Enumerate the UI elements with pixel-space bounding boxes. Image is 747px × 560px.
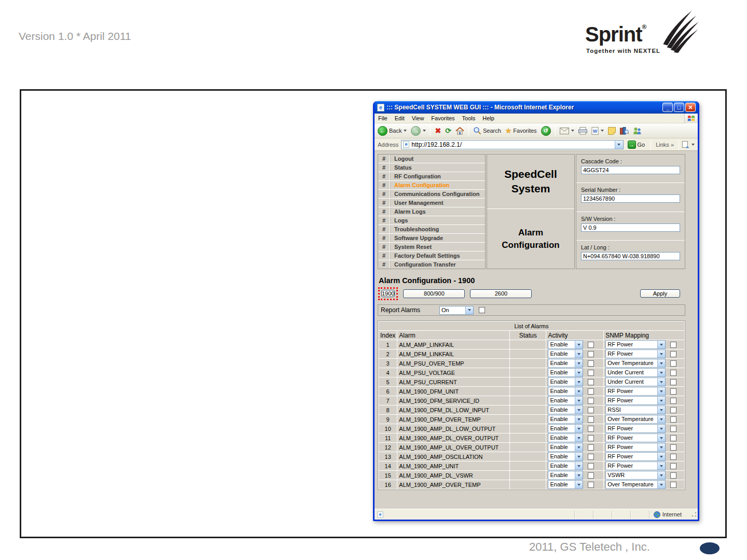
chevron-down-icon[interactable] xyxy=(657,481,665,488)
activity-checkbox[interactable] xyxy=(588,416,594,423)
search-button[interactable]: Search xyxy=(472,126,503,135)
chevron-down-icon[interactable] xyxy=(575,350,583,358)
band-button-800-900[interactable]: 800/900 xyxy=(403,289,465,298)
snmp-mapping-select[interactable]: Under Current xyxy=(605,368,666,377)
nav-item-system-reset[interactable]: # System Reset xyxy=(378,243,485,251)
info-field-input[interactable] xyxy=(581,252,680,260)
chevron-down-icon[interactable] xyxy=(657,471,665,479)
back-dropdown-icon[interactable] xyxy=(404,130,407,132)
title-bar[interactable]: e ::: SpeedCell SYSTEM WEB GUI ::: - Mic… xyxy=(375,101,698,114)
snmp-checkbox[interactable] xyxy=(670,482,676,488)
maximize-button[interactable]: □ xyxy=(674,103,684,112)
snmp-mapping-select[interactable]: RF Power xyxy=(605,433,666,442)
close-button[interactable]: ✕ xyxy=(685,103,696,112)
nav-item-alarm-configuration[interactable]: # Alarm Configuration xyxy=(378,181,485,189)
activity-checkbox[interactable] xyxy=(588,379,594,385)
snmp-checkbox[interactable] xyxy=(670,444,676,451)
activity-select[interactable]: Enable xyxy=(548,349,583,358)
activity-checkbox[interactable] xyxy=(588,370,594,376)
snmp-checkbox[interactable] xyxy=(670,379,676,385)
chevron-down-icon[interactable] xyxy=(657,378,665,386)
activity-select[interactable]: Enable xyxy=(548,461,583,470)
history-button[interactable]: ↺ xyxy=(540,125,552,136)
activity-select[interactable]: Enable xyxy=(548,471,583,480)
info-field-input[interactable] xyxy=(581,223,680,232)
chevron-down-icon[interactable] xyxy=(657,369,665,376)
chevron-down-icon[interactable] xyxy=(575,434,583,442)
snmp-mapping-select[interactable]: RF Power xyxy=(605,396,666,405)
chevron-down-icon[interactable] xyxy=(657,462,665,470)
report-alarms-select[interactable]: On xyxy=(439,306,474,315)
chevron-down-icon[interactable] xyxy=(657,341,665,348)
nav-item-logout[interactable]: # Logout xyxy=(378,155,485,163)
go-button[interactable]: → Go xyxy=(626,140,647,149)
info-field-input[interactable] xyxy=(581,194,680,203)
nav-item-rf-configuration[interactable]: # RF Configuration xyxy=(378,172,485,180)
chevron-down-icon[interactable] xyxy=(575,406,583,414)
chevron-down-icon[interactable] xyxy=(575,359,583,367)
chevron-down-icon[interactable] xyxy=(575,443,583,451)
chevron-down-icon[interactable] xyxy=(657,443,665,451)
books-button[interactable] xyxy=(618,127,630,135)
chevron-down-icon[interactable] xyxy=(657,406,665,414)
activity-checkbox[interactable] xyxy=(588,351,594,357)
activity-select[interactable]: Enable xyxy=(548,415,583,424)
menu-item-help[interactable]: Help xyxy=(479,114,498,122)
snmp-mapping-select[interactable]: RF Power xyxy=(605,340,666,349)
nav-item-factory-default-settings[interactable]: # Factory Default Settings xyxy=(378,251,485,260)
chevron-down-icon[interactable] xyxy=(657,397,665,404)
address-input[interactable]: e http://192.168.2.1/ xyxy=(401,140,623,149)
chevron-down-icon[interactable] xyxy=(657,453,665,460)
chevron-down-icon[interactable] xyxy=(575,387,583,395)
snmp-mapping-select[interactable]: Over Temperature xyxy=(605,359,666,368)
activity-checkbox[interactable] xyxy=(588,407,594,413)
chevron-down-icon[interactable] xyxy=(575,415,583,423)
back-button[interactable]: ← Back xyxy=(376,125,408,136)
info-field-input[interactable] xyxy=(581,166,680,174)
report-alarms-checkbox[interactable] xyxy=(479,307,485,313)
activity-checkbox[interactable] xyxy=(588,426,594,432)
activity-select[interactable]: Enable xyxy=(548,443,583,452)
snmp-checkbox[interactable] xyxy=(670,351,676,357)
snmp-mapping-select[interactable]: Over Temperature xyxy=(605,415,666,424)
snmp-mapping-select[interactable]: VSWR xyxy=(605,471,666,480)
forward-dropdown-icon[interactable] xyxy=(423,130,426,132)
menu-item-view[interactable]: View xyxy=(408,114,428,122)
snmp-mapping-select[interactable]: RSSI xyxy=(605,405,666,414)
snmp-mapping-select[interactable]: RF Power xyxy=(605,461,666,470)
favorites-button[interactable]: ★ Favorites xyxy=(504,126,538,135)
snmp-checkbox[interactable] xyxy=(670,416,676,423)
chevron-down-icon[interactable] xyxy=(657,415,665,423)
activity-select[interactable]: Enable xyxy=(548,387,583,396)
chevron-down-icon[interactable] xyxy=(575,481,583,488)
menu-item-file[interactable]: File xyxy=(375,114,391,122)
home-button[interactable] xyxy=(454,127,466,135)
nav-item-alarm-logs[interactable]: # Alarm Logs xyxy=(378,207,485,216)
chevron-down-icon[interactable] xyxy=(575,462,583,470)
chevron-down-icon[interactable] xyxy=(657,359,665,367)
activity-checkbox[interactable] xyxy=(588,482,594,488)
snmp-mapping-select[interactable]: Over Temperature xyxy=(605,480,666,489)
activity-checkbox[interactable] xyxy=(588,342,594,348)
address-dropdown-icon[interactable] xyxy=(615,141,623,149)
snmp-checkbox[interactable] xyxy=(670,342,676,348)
edit-button[interactable]: w xyxy=(590,127,605,135)
activity-checkbox[interactable] xyxy=(588,444,594,451)
snmp-mapping-select[interactable]: RF Power xyxy=(605,387,666,396)
activity-select[interactable]: Enable xyxy=(548,340,583,349)
activity-select[interactable]: Enable xyxy=(548,433,583,442)
chevron-down-icon[interactable] xyxy=(575,369,583,376)
menu-item-favorites[interactable]: Favorites xyxy=(427,114,458,122)
chevron-down-icon[interactable] xyxy=(657,425,665,432)
snmp-checkbox[interactable] xyxy=(670,370,676,376)
activity-select[interactable]: Enable xyxy=(548,396,583,405)
band-button-1900[interactable]: 1900 xyxy=(381,290,395,297)
links-button[interactable]: Links » xyxy=(653,142,677,148)
snmp-checkbox[interactable] xyxy=(670,398,676,404)
chevron-down-icon[interactable] xyxy=(575,397,583,404)
mail-dropdown-icon[interactable] xyxy=(571,130,574,132)
activity-checkbox[interactable] xyxy=(588,388,594,395)
activity-checkbox[interactable] xyxy=(588,472,594,479)
nav-item-configuration-transfer[interactable]: # Configuration Transfer xyxy=(378,260,485,269)
chevron-down-icon[interactable] xyxy=(575,341,583,348)
